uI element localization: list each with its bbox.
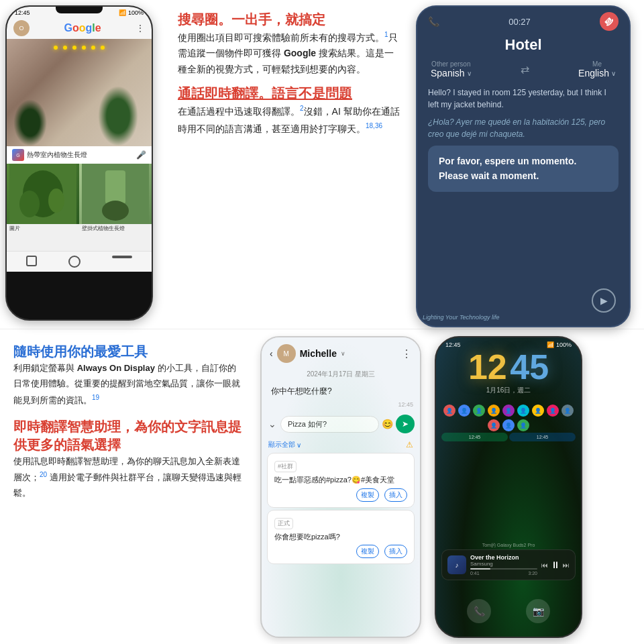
widget-2: 12:45 xyxy=(509,433,576,441)
phone-thumbnails: 圖片 壁掛式植物生長燈 xyxy=(7,164,152,251)
next-button[interactable]: ⏭ xyxy=(563,561,570,569)
phone-call-frame: 📞 00:27 ☎ Hotel Other person Spanish ∨ ⇄ xyxy=(416,5,631,327)
call-end-button[interactable]: ☎ xyxy=(596,8,623,35)
card1-insert-button[interactable]: 插入 xyxy=(384,488,407,502)
chat-header: ‹ M Michelle ∨ ⋮ xyxy=(262,337,420,367)
more-options-icon[interactable]: ⋮ xyxy=(401,347,412,360)
person-dot-3: 👤 xyxy=(473,405,485,417)
nav-back-icon[interactable] xyxy=(26,256,37,266)
expand-icon[interactable]: ⌄ xyxy=(267,417,278,431)
thumb-label-2: 壁掛式植物生長燈 xyxy=(79,224,152,233)
google-small-icon: G xyxy=(12,149,24,161)
chat-date: 2024年1月17日 星期三 xyxy=(262,367,420,382)
back-button[interactable]: ‹ xyxy=(270,348,273,359)
bottom-section: 隨時使用你的最愛工具 利用鎖定螢幕與 Always On Display 的小工… xyxy=(0,329,644,644)
other-person-label: Other person xyxy=(431,60,470,68)
incoming-msg: 你中午想吃什麼? xyxy=(268,384,413,398)
language-row: Other person Spanish ∨ ⇄ Me English ∨ xyxy=(417,60,629,87)
feature2-desc: 在通話過程中迅速取得翻譯。2沒錯，AI 幫助你在通話時用不同的語言溝通，甚至適用… xyxy=(178,103,402,137)
phone-searchbar[interactable]: O Google ⋮ xyxy=(7,17,152,39)
mic-icon[interactable]: 🎤 xyxy=(136,150,146,160)
section1-sup: 19 xyxy=(92,394,99,401)
call-messages: Hello? I stayed in room 125 yesterday, b… xyxy=(417,87,629,140)
light-dot xyxy=(72,46,76,50)
play-pause-button[interactable]: ⏸ xyxy=(551,559,560,570)
user-avatar: O xyxy=(13,20,30,36)
widget-2-text: 12:45 xyxy=(537,435,549,439)
section1-text1: 利用鎖定螢幕與 Always On Display 的小工具，自訂你的日常使用體… xyxy=(13,363,240,405)
light-dot xyxy=(101,46,105,50)
english-selector[interactable]: English ∨ xyxy=(578,68,616,78)
section2-title: 即時翻譯智慧助理，為你的文字訊息提供更多的語氣選擇 xyxy=(13,418,241,454)
spanish-selector[interactable]: Spanish ∨ xyxy=(431,68,472,78)
person-dot-8: 👤 xyxy=(547,405,559,417)
widget-1-text: 12:45 xyxy=(469,435,481,439)
svg-point-2 xyxy=(19,191,40,217)
phone-right-wrap: 📞 00:27 ☎ Hotel Other person Spanish ∨ ⇄ xyxy=(416,0,644,329)
call-title-area: Hotel xyxy=(417,34,629,60)
section-arrow-icon: ∨ xyxy=(297,441,301,449)
chat-input[interactable]: Pizza 如何? xyxy=(280,416,379,433)
google-logo: Google xyxy=(34,22,131,34)
plant-silhouette-right xyxy=(98,86,138,146)
lock-bottom-icons: 📞 📷 xyxy=(436,599,581,623)
msg-time: 12:45 xyxy=(268,401,413,408)
person-dot-1: 👤 xyxy=(443,405,455,417)
samsung-buds-label: Tom的 Galaxy Buds2 Pro xyxy=(441,541,576,549)
lock-min: 45 xyxy=(510,347,549,386)
light-dot xyxy=(63,46,67,50)
prev-button[interactable]: ⏮ xyxy=(541,561,548,569)
search-term: 熱帶室內植物生長燈 xyxy=(27,150,87,160)
light-dot xyxy=(54,46,58,50)
person-dot-12: 👤 xyxy=(517,419,529,431)
menu-dots-icon[interactable]: ⋮ xyxy=(136,23,145,34)
card2-copy-button[interactable]: 複製 xyxy=(356,545,379,558)
thumbnail-2[interactable]: 壁掛式植物生長燈 xyxy=(79,164,152,251)
card1-text: 吃一點罪惡感的#pizza?😋#美食天堂 xyxy=(274,474,407,486)
bottom-mid-phone: ‹ M Michelle ∨ ⋮ 2024年1月17日 星期三 你中午想吃什麼?… xyxy=(255,336,429,644)
nav-recents-icon[interactable] xyxy=(112,256,132,258)
light-dot xyxy=(91,46,95,50)
spanish-label: Spanish xyxy=(431,68,465,78)
section1-desc: 利用鎖定螢幕與 Always On Display 的小工具，自訂你的日常使用體… xyxy=(13,361,241,409)
camera-icon[interactable]: 📷 xyxy=(526,599,550,623)
card2-text: 你會想要吃pizza嗎? xyxy=(274,531,407,543)
phone-bottom-nav xyxy=(7,251,152,272)
send-button[interactable]: ➤ xyxy=(396,415,415,433)
person-dot-2: 👤 xyxy=(458,405,470,417)
nav-home-icon[interactable] xyxy=(68,256,80,268)
card1-tag: #社群 xyxy=(274,461,297,472)
emoji-icon[interactable]: 😊 xyxy=(382,419,393,429)
name-dropdown-icon[interactable]: ∨ xyxy=(341,350,345,357)
main-image-area xyxy=(7,39,152,146)
call-status-bar: 📞 00:27 ☎ xyxy=(417,7,629,34)
music-thumbnail: ♪ xyxy=(447,555,466,574)
plant-silhouette-left xyxy=(13,99,47,146)
card2-insert-button[interactable]: 插入 xyxy=(384,545,407,558)
status-signal: 📶 100% xyxy=(119,9,144,16)
thumbnail-1[interactable]: 圖片 xyxy=(7,164,79,251)
phone-call-icon[interactable]: 📞 xyxy=(467,599,491,623)
lock-hour: 12 xyxy=(468,347,507,386)
section2-sup: 20 xyxy=(40,471,47,478)
suggestion-card-2: 正式 你會想要吃pizza嗎? 複製 插入 xyxy=(267,510,415,565)
show-all-button[interactable]: 顯示全部 ∨ xyxy=(268,440,301,449)
feature1-block: 搜尋圈。一出手，就搞定 使用圈出項目即可搜索體驗前所未有的搜尋方式。1只需追蹤一… xyxy=(178,11,402,78)
card1-copy-button[interactable]: 複製 xyxy=(356,488,379,502)
lock-time-display: 12 45 xyxy=(436,350,581,384)
phone-search-bottom[interactable]: G 熱帶室內植物生長燈 🎤 xyxy=(7,146,152,164)
play-button[interactable]: ▶ xyxy=(592,288,616,313)
chat-messages: 你中午想吃什麼? 12:45 xyxy=(262,382,420,411)
person-dot-7: 👤 xyxy=(532,405,544,417)
phone-chat-frame: ‹ M Michelle ∨ ⋮ 2024年1月17日 星期三 你中午想吃什麼?… xyxy=(260,336,421,638)
person-dot-5: 👤 xyxy=(502,405,515,417)
person-dot-6: 👤 xyxy=(517,405,529,417)
music-card: ♪ Over the Horizon Samsung 0:41 3:20 xyxy=(441,549,576,580)
call-highlight-text2: Please wait a moment. xyxy=(439,168,608,183)
section1-block: 隨時使用你的最愛工具 利用鎖定螢幕與 Always On Display 的小工… xyxy=(13,343,241,409)
phone-notch xyxy=(56,7,103,13)
light-dot xyxy=(82,46,86,50)
people-dots: 👤 👤 👤 👤 👤 👤 👤 👤 👤 👤 👤 👤 xyxy=(436,405,581,431)
swap-languages-icon[interactable]: ⇄ xyxy=(521,63,529,76)
other-person-lang: Other person Spanish ∨ xyxy=(431,60,472,78)
